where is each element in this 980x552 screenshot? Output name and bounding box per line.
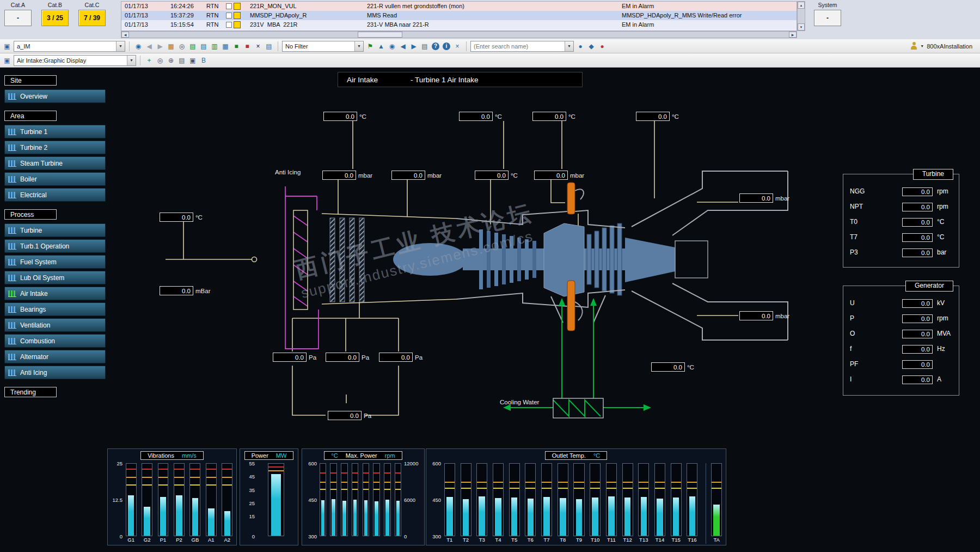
alarm-checkbox[interactable] [226,22,232,28]
bar [511,498,518,536]
system-value-box[interactable]: - [814,10,841,26]
print-icon[interactable]: ▤ [177,56,187,65]
scroll-left-icon[interactable]: ◀ [121,32,129,38]
up-level-icon[interactable]: ▲ [376,41,386,51]
bold-icon[interactable]: B [199,56,209,65]
target-icon[interactable]: ◉ [387,41,397,51]
forward-icon[interactable]: ▶ [155,41,165,51]
alarm-vertical-scrollbar[interactable]: ▲ ▼ [797,1,805,31]
chevron-down-icon[interactable]: ▼ [920,44,924,48]
alarm-row[interactable]: 01/17/1315:37:29RTNMMSDP_HDApoly_RMMS Re… [121,11,797,20]
scroll-up-icon[interactable]: ▲ [798,2,805,9]
chevron-down-icon[interactable]: ▼ [116,41,125,51]
alarm-horizontal-scrollbar[interactable]: ◀ ▶ [121,31,797,38]
measurement-value: 0.0Pa [328,411,371,420]
alarm-row[interactable]: 01/17/1316:24:26RTN221R_MON_VUL221-R vul… [121,2,797,11]
table-icon[interactable]: ▦ [220,41,230,51]
limit-marker [639,482,648,483]
panel-row-npt: NPT0.0rpm [843,203,959,214]
limit-marker [493,482,503,483]
pan-hand-icon[interactable]: ⊕ [166,56,176,65]
security-stop-icon[interactable]: ● [597,41,607,51]
limit-marker [206,484,216,486]
alarm-row[interactable]: 01/17/1315:15:54RTN231V MBA 221R231-V MB… [121,20,797,29]
bar-well [590,463,601,536]
measurement-value: 0.0mbar [739,193,789,203]
display-select-icon[interactable]: ▣ [2,41,12,51]
system-label: System [811,2,844,9]
operator-icon[interactable]: ● [575,41,585,51]
unit-label: mbar [775,313,789,319]
layout-icon[interactable]: ▦ [166,41,176,51]
find-user-icon[interactable]: ◆ [586,41,596,51]
back-icon[interactable]: ◀ [144,41,154,51]
filter-flag-icon[interactable]: ⚑ [365,41,375,51]
graphic-stop-icon[interactable]: ■ [242,41,252,51]
chevron-down-icon[interactable]: ▼ [354,41,363,51]
limit-marker [395,489,401,490]
limit-marker [222,477,232,478]
value-box: 0.0 [902,299,933,308]
alarm-count-box[interactable]: 7 / 39 [78,10,106,26]
chart-column: T9 [572,463,586,544]
scroll-right-icon[interactable]: ▶ [789,32,797,38]
alarm-checkbox[interactable] [226,3,232,9]
snapshot-icon[interactable]: ▣ [188,56,198,65]
cut-icon[interactable]: × [253,41,263,51]
value-box: 0.0 [636,112,670,121]
measurement-value: 0.0Pa [326,353,369,362]
limit-marker [477,482,487,483]
chart-column: T13 [636,463,651,544]
zoom-icon[interactable]: ◎ [155,56,165,65]
alarm-category-cat-c: Cat.C7 / 39 [78,2,106,26]
chart-column: T14 [653,463,667,544]
document-icon[interactable]: ▤ [264,41,274,51]
browse-forward-icon[interactable]: ▶ [409,41,419,51]
chevron-down-icon[interactable]: ▼ [127,56,136,65]
alarm-checkbox[interactable] [226,13,232,19]
search-input[interactable]: (Enter search name) ▼ [470,41,574,52]
category-label: T8 [556,536,570,544]
measurement-value: 0.0mbar [322,171,372,180]
scrollbar-thumb[interactable] [358,32,402,38]
save-aspect-icon[interactable]: ◉ [133,41,143,51]
limit-marker [574,488,584,489]
category-label: P2 [172,536,186,544]
filter-select[interactable]: No Filter ▼ [282,41,364,52]
display-select-icon[interactable]: ▣ [2,56,12,65]
print-icon[interactable]: ▤ [420,41,430,51]
alarm-date: 01/17/13 [121,11,170,20]
display-view-select[interactable]: Air Intake:Graphic Display ▼ [14,55,136,66]
chart-column: GB [188,463,202,544]
category-label [372,536,381,544]
app-select[interactable]: a_IM ▼ [14,41,125,52]
scroll-down-icon[interactable]: ▼ [798,23,805,31]
info-icon[interactable]: i [443,43,450,50]
browse-back-icon[interactable]: ◀ [398,41,408,51]
alarm-count-box[interactable]: - [4,10,32,26]
alarm-count-box[interactable]: 3 / 25 [41,10,69,26]
value-box: 0.0 [739,311,773,320]
graphic-ok-icon[interactable]: ■ [231,41,241,51]
user-icon[interactable] [910,42,917,50]
limit-marker [158,484,168,486]
event-list-icon[interactable]: ▤ [199,41,209,51]
zoom-icon[interactable]: ◎ [177,41,187,51]
value-box: 0.0 [475,171,509,180]
alarm-date: 01/17/13 [121,2,170,11]
close-search-icon[interactable]: × [452,41,462,51]
limit-marker [671,482,681,483]
value-box: 0.0 [902,314,933,323]
chart-column: G2 [140,463,154,544]
help-icon[interactable]: ? [432,43,439,50]
chart-column: T3 [475,463,489,544]
alarm-status: MMSDP_HDApoly_R_MMS Write/Read error [622,11,797,20]
category-label: Cat.A [4,2,32,9]
trend-display-icon[interactable]: ▥ [210,41,219,51]
panel-title: Turbine [913,169,953,180]
alarm-list-icon[interactable]: ▤ [188,41,198,51]
add-icon[interactable]: + [144,56,154,65]
chart-title: °CMax. Powerrpm [324,451,402,460]
chevron-down-icon[interactable]: ▼ [565,41,573,51]
value-box: 0.0 [739,193,773,203]
